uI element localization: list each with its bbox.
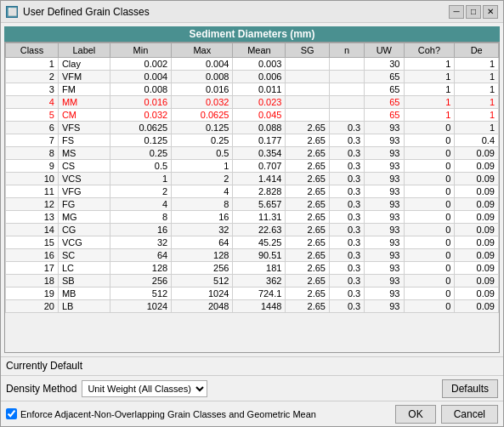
table-cell: 128 (110, 262, 171, 275)
table-row[interactable]: 19MB5121024724.12.650.39300.09 (6, 288, 499, 300)
title-bar: ⬜ User Defined Grain Classes ─ □ ✕ (1, 1, 503, 23)
table-cell: 0.3 (329, 147, 364, 160)
table-cell (286, 58, 330, 71)
table-cell: 0.09 (455, 275, 499, 288)
table-row[interactable]: 20LB1024204814482.650.39300.09 (6, 300, 499, 313)
table-cell: 0.016 (172, 83, 233, 96)
table-cell: 256 (110, 275, 171, 288)
table-cell: 7 (6, 134, 59, 147)
table-cell: 1448 (233, 300, 286, 313)
table-cell: 0.3 (329, 236, 364, 249)
table-row[interactable]: 11VFG242.8282.650.39300.09 (6, 185, 499, 198)
table-row[interactable]: 14CG163222.632.650.39300.09 (6, 224, 499, 236)
table-cell: VFM (58, 71, 110, 83)
table-row[interactable]: 7FS0.1250.250.1772.650.39300.4 (6, 134, 499, 147)
table-cell: 1 (455, 96, 499, 109)
defaults-button[interactable]: Defaults (442, 379, 498, 398)
table-cell: 0 (404, 275, 455, 288)
table-cell: 90.51 (233, 249, 286, 262)
table-row[interactable]: 16SC6412890.512.650.39300.09 (6, 249, 499, 262)
table-cell: SC (58, 249, 110, 262)
table-cell: 0 (404, 160, 455, 173)
table-cell: 64 (110, 249, 171, 262)
table-cell: 0.0625 (110, 122, 171, 134)
col-mean: Mean (233, 43, 286, 58)
enforce-checkbox-label[interactable]: Enforce Adjacent-Non-Overlapping Grain C… (6, 408, 316, 419)
table-cell: 0 (404, 236, 455, 249)
table-cell: 0.177 (233, 134, 286, 147)
table-row[interactable]: 18SB2565123622.650.39300.09 (6, 275, 499, 288)
table-cell: 93 (365, 300, 404, 313)
table-cell: 9 (6, 160, 59, 173)
table-cell (286, 71, 330, 83)
table-cell: 0.3 (329, 300, 364, 313)
table-row[interactable]: 12FG485.6572.650.39300.09 (6, 198, 499, 211)
table-cell: 1024 (110, 300, 171, 313)
ok-button[interactable]: OK (395, 405, 435, 424)
table-header-row: Class Label Min Max Mean SG n UW Coh? De (6, 43, 499, 58)
table-cell: 0.09 (455, 236, 499, 249)
table-cell: 0.006 (233, 71, 286, 83)
table-cell (329, 58, 364, 71)
table-cell: 93 (365, 275, 404, 288)
table-row[interactable]: 13MG81611.312.650.39300.09 (6, 211, 499, 224)
table-row[interactable]: 17LC1282561812.650.39300.09 (6, 262, 499, 275)
table-row[interactable]: 2VFM0.0040.0080.0066511 (6, 71, 499, 83)
table-cell (329, 109, 364, 122)
table-cell: 0.3 (329, 160, 364, 173)
table-row[interactable]: 5CM0.0320.06250.0456511 (6, 109, 499, 122)
table-cell: 93 (365, 160, 404, 173)
table-row[interactable]: 9CS0.510.7072.650.39300.09 (6, 160, 499, 173)
table-cell: 93 (365, 198, 404, 211)
table-cell: 0.011 (233, 83, 286, 96)
table-cell: LB (58, 300, 110, 313)
table-row[interactable]: 3FM0.0080.0160.0116511 (6, 83, 499, 96)
table-cell: 1 (404, 58, 455, 71)
table-cell: 93 (365, 185, 404, 198)
table-cell: CG (58, 224, 110, 236)
table-cell: 0 (404, 249, 455, 262)
table-cell: 1 (6, 58, 59, 71)
table-cell: 2.65 (286, 122, 330, 134)
table-cell: 22.63 (233, 224, 286, 236)
table-cell: 0.3 (329, 173, 364, 185)
cancel-button[interactable]: Cancel (441, 405, 498, 424)
maximize-button[interactable]: □ (466, 5, 481, 19)
table-cell: 512 (110, 288, 171, 300)
table-row[interactable]: 6VFS0.06250.1250.0882.650.39301 (6, 122, 499, 134)
table-cell: FS (58, 134, 110, 147)
status-text: Currently Default (6, 360, 82, 372)
minimize-button[interactable]: ─ (449, 5, 464, 19)
table-cell: 0.004 (172, 58, 233, 71)
table-cell: 20 (6, 300, 59, 313)
table-cell: 0.008 (110, 83, 171, 96)
table-cell: 93 (365, 249, 404, 262)
density-select[interactable]: Unit Weight (All Classes)Specific Gravit… (82, 380, 207, 397)
table-cell: 0.09 (455, 224, 499, 236)
table-row[interactable]: 4MM0.0160.0320.0236511 (6, 96, 499, 109)
table-cell: 8 (6, 147, 59, 160)
table-cell: 0.125 (110, 134, 171, 147)
table-row[interactable]: 8MS0.250.50.3542.650.39300.09 (6, 147, 499, 160)
table-cell: 0.09 (455, 147, 499, 160)
table-row[interactable]: 10VCS121.4142.650.39300.09 (6, 173, 499, 185)
table-cell: 0.3 (329, 249, 364, 262)
table-cell: 256 (172, 262, 233, 275)
table-cell: 0 (404, 134, 455, 147)
table-cell: 0.09 (455, 288, 499, 300)
table-cell (329, 83, 364, 96)
table-row[interactable]: 15VCG326445.252.650.39300.09 (6, 236, 499, 249)
table-cell: 65 (365, 71, 404, 83)
table-cell: 0.032 (172, 96, 233, 109)
grain-table-container[interactable]: Class Label Min Max Mean SG n UW Coh? De… (4, 42, 500, 353)
table-cell: 2.65 (286, 288, 330, 300)
table-cell: 0.3 (329, 185, 364, 198)
close-button[interactable]: ✕ (483, 5, 498, 19)
enforce-checkbox[interactable] (6, 408, 17, 419)
table-cell: 0.707 (233, 160, 286, 173)
table-cell: 5 (6, 109, 59, 122)
table-cell: 2.65 (286, 275, 330, 288)
table-row[interactable]: 1Clay0.0020.0040.0033011 (6, 58, 499, 71)
table-cell: 1 (110, 173, 171, 185)
table-cell: 0.09 (455, 198, 499, 211)
